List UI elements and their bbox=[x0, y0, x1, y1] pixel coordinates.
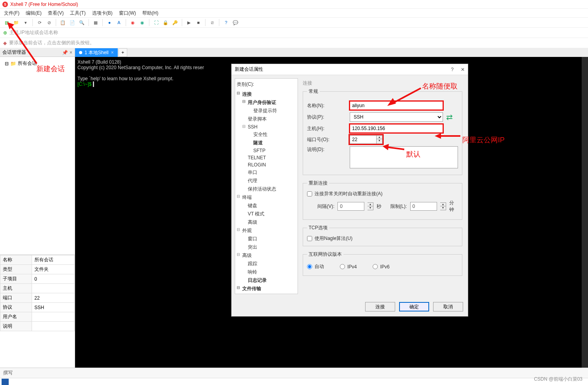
tcp-fieldset: TCP选项 使用Nagle算法(U) bbox=[303, 225, 462, 246]
tree-ssh[interactable]: SSH bbox=[248, 123, 296, 130]
desc-textarea[interactable] bbox=[350, 146, 458, 168]
prop-row: 端口22 bbox=[0, 293, 75, 303]
protocol-select[interactable]: SSH bbox=[350, 112, 443, 122]
color-button[interactable]: ● bbox=[106, 19, 113, 26]
new-session-button[interactable]: ▧ bbox=[3, 19, 10, 26]
tree-login-prompt[interactable]: 登录提示符 bbox=[253, 107, 296, 115]
tree-security[interactable]: 安全性 bbox=[253, 130, 296, 139]
compose-icon[interactable] bbox=[2, 379, 9, 385]
separator bbox=[219, 19, 219, 26]
tree-login-script[interactable]: 登录脚本 bbox=[248, 115, 296, 123]
section-header: 连接 bbox=[303, 78, 462, 88]
limit-input[interactable] bbox=[410, 202, 437, 211]
close-icon[interactable]: × bbox=[70, 50, 72, 55]
menu-file[interactable]: 文件(F) bbox=[4, 10, 19, 17]
chat-button[interactable]: 💬 bbox=[232, 19, 239, 26]
watermark: CSDN @前端小白菜03 bbox=[534, 376, 582, 383]
help-icon[interactable]: ? bbox=[451, 67, 454, 72]
tree-window[interactable]: 窗口 bbox=[248, 235, 296, 243]
interval-label: 间隔(V): bbox=[307, 203, 334, 210]
folder-icon: 📁 bbox=[10, 61, 16, 66]
macro-button[interactable]: ⎚ bbox=[209, 19, 216, 26]
paste-button[interactable]: 📄 bbox=[69, 19, 76, 26]
tab-add-button[interactable]: + bbox=[119, 48, 127, 57]
tree-tunnel[interactable]: 隧道 bbox=[253, 139, 296, 147]
find-button[interactable]: 🔍 bbox=[78, 19, 85, 26]
reconnect-checkbox[interactable] bbox=[307, 191, 312, 196]
font-button[interactable]: A bbox=[115, 19, 122, 26]
tree-serial[interactable]: 串口 bbox=[248, 168, 296, 177]
address-placeholder[interactable]: 主机,IP地址或会话名称 bbox=[9, 29, 58, 36]
category-tree[interactable]: 类别(C): 连接 用户身份验证 登录提示符 登录脚本 SSH 安全性 隧道 S… bbox=[235, 78, 298, 294]
layout-button[interactable]: ▦ bbox=[92, 19, 99, 26]
tree-vt[interactable]: VT 模式 bbox=[248, 210, 296, 218]
compose-input[interactable] bbox=[10, 379, 588, 385]
ipversion-legend: 互联网协议版本 bbox=[307, 251, 343, 258]
tree-log[interactable]: 日志记录 bbox=[248, 276, 296, 285]
menu-window[interactable]: 窗口(W) bbox=[119, 10, 136, 17]
tree-highlight[interactable]: 突出 bbox=[248, 243, 296, 251]
lock-button[interactable]: 🔒 bbox=[162, 19, 169, 26]
tree-rlogin[interactable]: RLOGIN bbox=[248, 161, 296, 168]
tree-auth[interactable]: 用户身份验证 bbox=[248, 98, 296, 107]
interval-input[interactable] bbox=[337, 202, 364, 211]
protocol-label: 协议(P): bbox=[307, 114, 347, 121]
tree-keepalive[interactable]: 保持活动状态 bbox=[248, 185, 296, 193]
fullscreen-button[interactable]: ⛶ bbox=[153, 19, 160, 26]
cancel-button[interactable]: 取消 bbox=[433, 302, 463, 311]
tree-sftp[interactable]: SFTP bbox=[253, 147, 296, 154]
session-tree[interactable]: ⊟ 📁 所有会话 bbox=[0, 57, 75, 255]
copy-button[interactable]: 📋 bbox=[59, 19, 66, 26]
seconds-label: 秒 bbox=[377, 203, 381, 210]
disconnect-button[interactable]: ⊘ bbox=[45, 19, 53, 26]
name-input[interactable] bbox=[350, 101, 443, 110]
menu-help[interactable]: 帮助(H) bbox=[142, 10, 158, 17]
terminal-scrollbar[interactable] bbox=[582, 57, 588, 385]
key-button[interactable]: 🔑 bbox=[172, 19, 179, 26]
tab-close-icon[interactable]: × bbox=[111, 50, 114, 55]
tree-telnet[interactable]: TELNET bbox=[248, 154, 296, 161]
tree-root[interactable]: ⊟ 📁 所有会话 bbox=[2, 59, 72, 68]
tab-local-shell[interactable]: 1 本地Shell × bbox=[75, 48, 118, 57]
pin-icon[interactable]: 📌 bbox=[62, 50, 68, 55]
xftp-icon[interactable]: ◉ bbox=[139, 19, 146, 26]
tree-advanced-t[interactable]: 高级 bbox=[248, 218, 296, 226]
ipv6-radio[interactable] bbox=[373, 264, 378, 269]
close-icon[interactable]: ✕ bbox=[461, 67, 465, 72]
port-spinner[interactable]: ▴▾ bbox=[377, 135, 383, 144]
tree-xymodem[interactable]: X/YMODEM bbox=[248, 293, 296, 294]
nagle-checkbox[interactable] bbox=[307, 236, 312, 241]
menu-view[interactable]: 查看(V) bbox=[48, 10, 64, 17]
tree-terminal[interactable]: 终端 bbox=[242, 193, 296, 202]
help-button[interactable]: ? bbox=[222, 19, 230, 26]
stop-button[interactable]: ■ bbox=[195, 19, 202, 26]
reconnect-button[interactable]: ⟳ bbox=[36, 19, 43, 26]
expand-icon[interactable]: ⊟ bbox=[5, 61, 9, 66]
tree-advanced[interactable]: 高级 bbox=[242, 251, 296, 260]
interval-spinner[interactable]: ▴▾ bbox=[368, 202, 373, 210]
reconnect-fieldset: 重新连接 连接异常关闭时自动重新连接(A) 间隔(V): ▴▾ 秒 限制(L):… bbox=[303, 180, 462, 220]
tree-appearance[interactable]: 外观 bbox=[242, 226, 296, 235]
ip-auto-radio[interactable] bbox=[307, 264, 312, 269]
limit-spinner[interactable]: ▴▾ bbox=[440, 202, 446, 210]
menu-tab[interactable]: 选项卡(B) bbox=[92, 10, 113, 17]
ipv4-radio[interactable] bbox=[340, 264, 345, 269]
menu-edit[interactable]: 编辑(E) bbox=[26, 10, 41, 17]
open-button[interactable]: 📁 bbox=[13, 19, 20, 26]
script-button[interactable]: ▶ bbox=[185, 19, 192, 26]
xshell-icon[interactable]: ◉ bbox=[129, 19, 136, 26]
dropdown-icon[interactable]: ▾ bbox=[22, 19, 29, 26]
tree-trace[interactable]: 跟踪 bbox=[248, 260, 296, 268]
tree-bell[interactable]: 响铃 bbox=[248, 268, 296, 276]
ok-button[interactable]: 确定 bbox=[399, 302, 429, 311]
menu-tools[interactable]: 工具(T) bbox=[70, 10, 85, 17]
plus-icon[interactable]: ⊕ bbox=[3, 30, 7, 36]
host-input[interactable] bbox=[350, 124, 443, 133]
tree-proxy[interactable]: 代理 bbox=[248, 177, 296, 185]
tree-filetransfer[interactable]: 文件传输 bbox=[242, 285, 296, 293]
connect-button[interactable]: 连接 bbox=[365, 302, 395, 311]
tree-keyboard[interactable]: 键盘 bbox=[248, 202, 296, 210]
tree-connection[interactable]: 连接 bbox=[242, 90, 296, 98]
sidebar-header: 会话管理器 📌× bbox=[0, 48, 75, 57]
port-input[interactable] bbox=[350, 135, 377, 144]
